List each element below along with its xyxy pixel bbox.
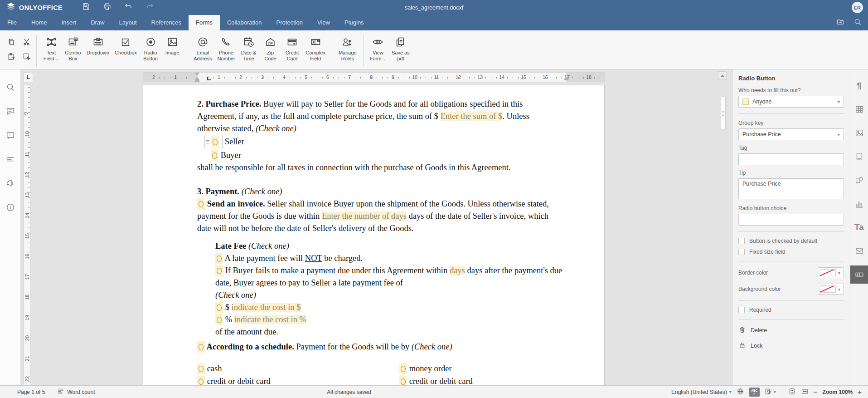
print-icon[interactable]	[103, 2, 112, 13]
scroll-up-button[interactable]	[718, 71, 727, 80]
search-icon[interactable]	[853, 18, 862, 28]
undo-icon[interactable]	[124, 2, 133, 13]
tab-insert[interactable]: Insert	[54, 15, 84, 30]
select-all-button[interactable]	[21, 51, 33, 63]
radio-form-field[interactable]	[211, 150, 218, 161]
border-color-button[interactable]: ▾	[818, 267, 844, 278]
required-checkbox[interactable]: Required	[738, 307, 844, 313]
form-settings-icon[interactable]	[850, 265, 868, 284]
tip-input[interactable]: Purchase Price	[738, 178, 844, 199]
radio-choice-input[interactable]	[738, 214, 844, 226]
language-select[interactable]: English (United States) ▾	[671, 389, 732, 395]
save-icon[interactable]	[82, 2, 90, 13]
radio-form-field[interactable]	[399, 363, 407, 374]
date-time-button[interactable]: Date &Time	[238, 33, 260, 63]
radio-form-field[interactable]	[197, 198, 205, 210]
mail-merge-icon[interactable]	[850, 242, 868, 260]
selected-form-control[interactable]	[204, 135, 223, 149]
view-form-button[interactable]: ViewForm ⌄	[367, 33, 389, 63]
drag-handle-icon[interactable]	[206, 140, 209, 144]
about-icon[interactable]	[5, 202, 15, 214]
table-settings-icon[interactable]	[850, 100, 868, 118]
image-button[interactable]: Image	[161, 33, 183, 63]
email-address-button[interactable]: EmailAddress	[191, 33, 214, 63]
open-file-location-icon[interactable]	[836, 18, 844, 28]
tab-stop-marker[interactable]	[207, 77, 211, 80]
tab-protection[interactable]: Protection	[269, 15, 310, 30]
form-placeholder[interactable]: Enter the sum of $	[441, 112, 503, 121]
redo-icon[interactable]	[145, 2, 154, 13]
first-line-indent-marker[interactable]	[195, 73, 199, 76]
tab-collaboration[interactable]: Collaboration	[220, 15, 269, 30]
user-avatar[interactable]: ER	[852, 2, 863, 13]
form-placeholder[interactable]: indicate the cost in $	[232, 303, 301, 312]
radio-form-field[interactable]	[215, 314, 223, 325]
page-indicator[interactable]: Page 1 of 5	[17, 389, 45, 395]
comments-icon[interactable]	[5, 106, 15, 118]
feedback-icon[interactable]	[5, 178, 15, 190]
tag-input[interactable]	[738, 153, 844, 165]
find-icon[interactable]	[5, 82, 15, 94]
chat-icon[interactable]	[5, 130, 15, 142]
radio-form-field[interactable]	[215, 253, 223, 264]
tab-plugins[interactable]: Plugins	[337, 15, 371, 30]
save-as-pdf-button[interactable]: Save aspdf	[389, 33, 412, 63]
radio-form-field[interactable]	[197, 363, 205, 374]
chart-settings-icon[interactable]	[850, 195, 868, 213]
cut-button[interactable]	[21, 36, 33, 48]
set-language-globe-icon[interactable]	[737, 388, 744, 397]
navigation-headings-icon[interactable]	[5, 154, 15, 166]
track-changes-icon[interactable]: ▾	[765, 388, 776, 397]
zip-code-button[interactable]: ZIPZipCode	[260, 33, 281, 63]
text-art-settings-icon[interactable]: Ta	[850, 218, 868, 236]
header-footer-settings-icon[interactable]	[850, 147, 868, 166]
image-settings-icon[interactable]	[850, 124, 868, 142]
delete-button[interactable]: Delete	[738, 326, 844, 335]
hanging-indent-marker[interactable]	[195, 77, 199, 80]
horizontal-ruler[interactable]: 21123456789101112131415161718	[143, 72, 605, 82]
tab-selector-box[interactable]: L	[24, 72, 33, 82]
fit-to-width-icon[interactable]	[801, 388, 809, 397]
dropdown-button[interactable]: Dropdown	[84, 33, 112, 63]
zoom-out-button[interactable]: −	[814, 388, 818, 396]
spell-check-icon[interactable]: ABC✓	[749, 388, 760, 397]
left-indent-marker[interactable]	[195, 80, 199, 82]
vertical-scrollbar[interactable]	[721, 97, 726, 129]
credit-card-button[interactable]: CreditCard	[281, 33, 303, 63]
document-page[interactable]: 2. Purchase Price. Buyer will pay to Sel…	[143, 85, 605, 385]
radio-form-field[interactable]	[211, 136, 219, 147]
complex-field-button[interactable]: ComplexField	[303, 33, 328, 63]
tab-references[interactable]: References	[144, 15, 189, 30]
fit-to-page-icon[interactable]	[788, 388, 796, 397]
form-placeholder[interactable]: days	[450, 266, 465, 275]
checkbox-box[interactable]	[738, 249, 745, 255]
text-field-button[interactable]: TextField ⌄	[40, 33, 62, 63]
copy-button[interactable]	[5, 36, 17, 48]
background-color-button[interactable]: ▾	[818, 284, 844, 295]
combo-box-button[interactable]: ComboBox	[62, 33, 84, 63]
fill-role-select[interactable]: Anyone ▾	[738, 96, 844, 108]
tab-forms[interactable]: Forms	[189, 15, 220, 30]
zoom-in-button[interactable]: +	[858, 388, 862, 396]
radio-button-button[interactable]: RadioButton	[140, 33, 161, 63]
manage-roles-button[interactable]: ManageRoles	[336, 33, 359, 63]
radio-form-field[interactable]	[197, 376, 205, 385]
radio-form-field[interactable]	[215, 265, 223, 276]
checked-by-default-checkbox[interactable]: Button is checked by default	[738, 238, 844, 244]
radio-form-field[interactable]	[197, 341, 205, 353]
tab-draw[interactable]: Draw	[83, 15, 112, 30]
word-count-button[interactable]: 123 Word count	[57, 388, 95, 396]
radio-form-field[interactable]	[215, 302, 223, 313]
form-placeholder[interactable]: indicate the cost in %	[234, 315, 306, 324]
group-key-select[interactable]: Purchase Price ▾	[738, 128, 844, 140]
tab-home[interactable]: Home	[24, 15, 54, 30]
lock-button[interactable]: Lock	[738, 341, 844, 350]
radio-form-field[interactable]	[399, 376, 407, 385]
right-indent-marker[interactable]	[563, 77, 569, 80]
checkbox-box[interactable]	[738, 238, 745, 244]
checkbox-box[interactable]	[738, 307, 745, 313]
vertical-ruler[interactable]: 910111213141516171819202122	[24, 85, 30, 385]
phone-number-button[interactable]: PhoneNumber	[214, 33, 238, 63]
form-placeholder[interactable]: Enter the number of days	[322, 211, 407, 221]
tab-file[interactable]: File	[0, 15, 24, 30]
